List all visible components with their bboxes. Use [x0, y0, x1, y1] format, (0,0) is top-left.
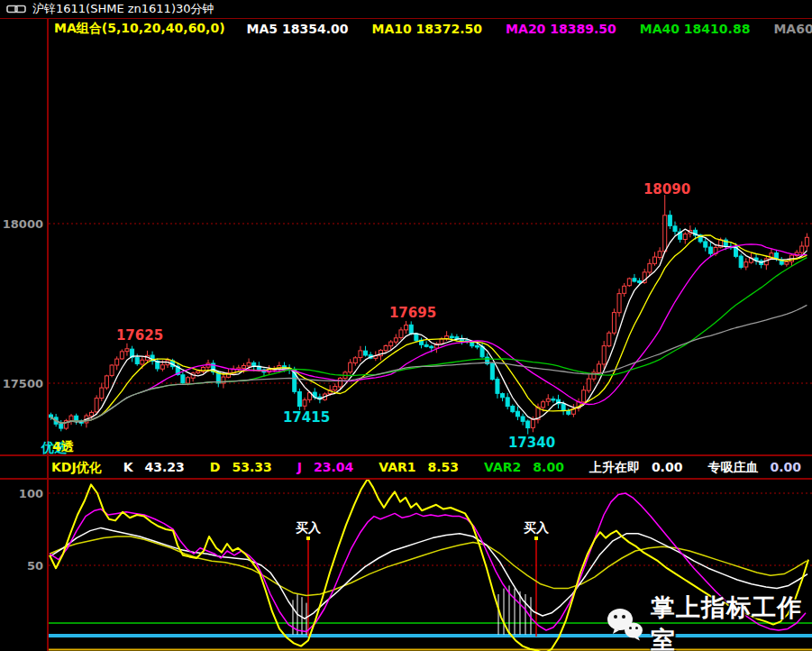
- kdj-readout-value: 8.53: [428, 460, 460, 474]
- chart-pane-header[interactable]: 沪锌1611(SHME zn1611)30分钟: [0, 0, 812, 18]
- trading-app-window: { "title_bar": { "title": "沪锌1611(SHME z…: [0, 0, 812, 651]
- kdj-readout: 专吸庄血0.00: [707, 460, 801, 476]
- wechat-icon: [606, 607, 643, 641]
- kdj-readout: K43.23: [123, 460, 185, 476]
- kdj-indicator-label: KDJ优化: [51, 460, 102, 476]
- kdj-readout-row: KDJ优化 K43.23D53.33J23.04VAR18.53VAR28.00…: [51, 457, 812, 479]
- kdj-readout-value: 0.00: [770, 460, 801, 474]
- link-icon[interactable]: [6, 4, 26, 14]
- kdj-readout-label: K: [123, 460, 133, 474]
- ma-readout-row: MA组合(5,10,20,40,60,0) MA5 18354.00MA10 1…: [54, 20, 812, 38]
- kdj-readout-label: 专吸庄血: [707, 460, 758, 474]
- separator-line-mid: [0, 454, 812, 456]
- chart-title: 沪锌1611(SHME zn1611)30分钟: [32, 1, 214, 17]
- kdj-readout: D53.33: [210, 460, 272, 476]
- ma-group-label: MA组合(5,10,20,40,60,0): [54, 21, 225, 37]
- kdj-readout: J23.04: [297, 460, 354, 476]
- kdj-readout: VAR28.00: [484, 460, 564, 476]
- kdj-readout-value: 8.00: [533, 460, 564, 474]
- kdj-items: K43.23D53.33J23.04VAR18.53VAR28.00上升在即0.…: [123, 460, 812, 476]
- kdj-readout-value: 53.33: [232, 460, 271, 474]
- chart-canvas[interactable]: [0, 0, 812, 651]
- ma-items: MA5 18354.00MA10 18372.50MA20 18389.50MA…: [247, 22, 812, 36]
- kdj-readout: VAR18.53: [379, 460, 459, 476]
- kdj-readout-label: J: [297, 460, 302, 474]
- main-candlestick-chart[interactable]: [50, 195, 809, 435]
- ma-readout: MA40 18410.88: [640, 22, 751, 36]
- kdj-readout-value: 0.00: [652, 460, 683, 474]
- ma-readout: MA10 18372.50: [371, 22, 482, 36]
- watermark: 掌上指标工作室: [606, 591, 812, 651]
- watermark-label: 掌上指标工作室: [651, 591, 812, 651]
- axis-border-line: [47, 17, 49, 651]
- ma-readout: MA60 18320.75: [773, 22, 812, 36]
- ma-readout: MA5 18354.00: [247, 22, 349, 36]
- ma-readout: MA20 18389.50: [506, 22, 616, 36]
- kdj-readout-label: D: [210, 460, 221, 474]
- kdj-readout-value: 23.04: [314, 460, 353, 474]
- kdj-readout-label: 上升在即: [589, 460, 640, 474]
- kdj-gridlines: [49, 493, 812, 565]
- kdj-readout-label: VAR2: [484, 460, 521, 474]
- kdj-readout-label: VAR1: [379, 460, 415, 474]
- kdj-readout: 上升在即0.00: [589, 460, 683, 476]
- kdj-readout-value: 43.23: [145, 460, 185, 474]
